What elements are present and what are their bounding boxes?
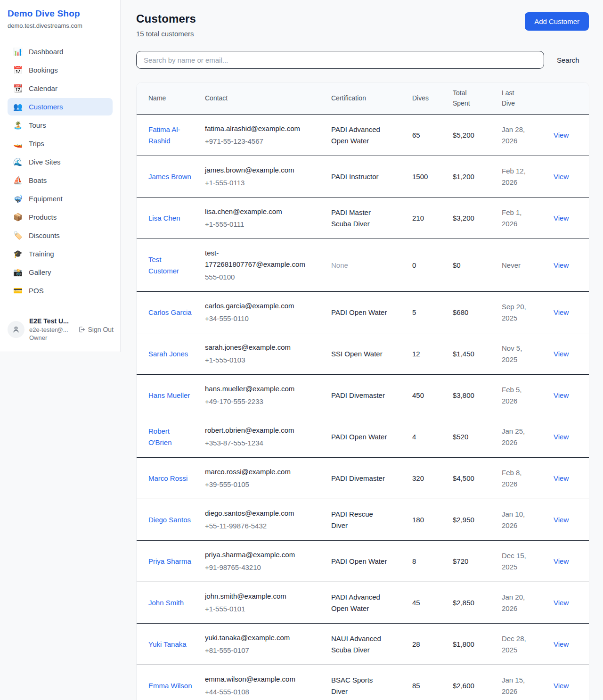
package-icon: 📦 (13, 214, 23, 221)
bar-chart-icon: 📊 (13, 48, 23, 56)
customer-phone: +39-555-0105 (205, 479, 324, 490)
table-row: Hans Muellerhans.mueller@example.com+49-… (137, 375, 589, 416)
sidebar-item-dive-sites[interactable]: 🌊Dive Sites (8, 153, 113, 171)
sidebar-item-gallery[interactable]: 📸Gallery (8, 264, 113, 281)
customer-name-link[interactable]: Hans Mueller (148, 390, 190, 401)
table-row: Carlos Garciacarlos.garcia@example.com+3… (137, 292, 589, 333)
customer-name-link[interactable]: Fatima Al-Rashid (148, 124, 193, 147)
sidebar-item-training[interactable]: 🎓Training (8, 245, 113, 263)
customer-name-link[interactable]: Carlos Garcia (148, 307, 192, 318)
sidebar-item-products[interactable]: 📦Products (8, 208, 113, 226)
speedboat-icon: 🚤 (13, 140, 23, 148)
customer-name-link[interactable]: Robert O'Brien (148, 426, 193, 448)
view-customer-link[interactable]: View (554, 173, 569, 181)
column-header-actions (554, 82, 589, 115)
customer-total-spent: $0 (453, 239, 502, 292)
sidebar-item-dashboard[interactable]: 📊Dashboard (8, 43, 113, 60)
view-customer-link[interactable]: View (554, 308, 569, 316)
column-header-contact: Contact (205, 82, 331, 115)
table-header-row: NameContactCertificationDivesTotal Spent… (137, 82, 589, 115)
camera-icon: 📸 (13, 269, 23, 276)
view-customer-link[interactable]: View (554, 350, 569, 358)
sidebar-item-label: Trips (29, 140, 44, 148)
customer-name-link[interactable]: Sarah Jones (148, 348, 188, 360)
customer-name-link[interactable]: Diego Santos (148, 514, 191, 526)
customer-count: 15 total customers (136, 30, 196, 38)
view-customer-link[interactable]: View (554, 433, 569, 441)
search-button[interactable]: Search (557, 56, 579, 64)
table-row: Diego Santosdiego.santos@example.com+55-… (137, 499, 589, 541)
customer-email: diego.santos@example.com (205, 508, 308, 519)
customer-name-link[interactable]: Emma Wilson (148, 680, 192, 692)
customer-name-link[interactable]: Yuki Tanaka (148, 639, 187, 650)
column-header-cert: Certification (331, 82, 412, 115)
calendar-date-icon: 📅 (13, 66, 23, 74)
sidebar-item-trips[interactable]: 🚤Trips (8, 135, 113, 152)
customer-last-dive: Jan 28, 2026 (502, 124, 532, 147)
search-input[interactable] (136, 51, 544, 69)
customer-certification: PADI Open Water (331, 556, 387, 567)
customer-name-link[interactable]: John Smith (148, 597, 184, 609)
sidebar-header: Demo Dive Shop demo.test.divestreams.com (0, 0, 120, 37)
sign-out-button[interactable]: Sign Out (78, 326, 114, 333)
customer-name-link[interactable]: Test Customer (148, 254, 193, 277)
customer-phone: +91-98765-43210 (205, 562, 324, 573)
view-customer-link[interactable]: View (554, 557, 569, 565)
view-customer-link[interactable]: View (554, 640, 569, 648)
column-header-name: Name (137, 82, 205, 115)
customers-table: NameContactCertificationDivesTotal Spent… (137, 82, 589, 700)
island-icon: 🏝️ (13, 122, 23, 129)
user-email: e2e-tester@... (29, 326, 69, 334)
view-customer-link[interactable]: View (554, 516, 569, 524)
table-row: Emma Wilsonemma.wilson@example.com+44-55… (137, 665, 589, 700)
customer-phone: +1-555-0113 (205, 177, 324, 189)
customer-last-dive: Jan 15, 2026 (502, 675, 532, 697)
view-customer-link[interactable]: View (554, 474, 569, 482)
sidebar: Demo Dive Shop demo.test.divestreams.com… (0, 0, 121, 352)
sidebar-item-discounts[interactable]: 🏷️Discounts (8, 227, 113, 244)
view-customer-link[interactable]: View (554, 599, 569, 607)
customer-last-dive: Dec 28, 2025 (502, 633, 532, 656)
customer-name-link[interactable]: Lisa Chen (148, 213, 180, 224)
view-customer-link[interactable]: View (554, 391, 569, 399)
view-customer-link[interactable]: View (554, 214, 569, 222)
avatar (8, 321, 24, 338)
sidebar-item-label: Training (29, 250, 54, 258)
sidebar-item-boats[interactable]: ⛵Boats (8, 172, 113, 189)
sidebar-item-label: POS (29, 287, 44, 295)
column-header-spent: Total Spent (453, 82, 502, 115)
view-customer-link[interactable]: View (554, 131, 569, 139)
customer-email: yuki.tanaka@example.com (205, 632, 308, 643)
sidebar-item-calendar[interactable]: 📆Calendar (8, 80, 113, 97)
customer-certification: NAUI Advanced Scuba Diver (331, 633, 390, 656)
view-customer-link[interactable]: View (554, 261, 569, 269)
customer-dives: 1500 (412, 156, 453, 198)
sidebar-user-footer: E2E Test U... e2e-tester@... Owner Sign … (0, 309, 120, 350)
customer-dives: 45 (412, 582, 453, 624)
add-customer-button[interactable]: Add Customer (525, 12, 589, 31)
sidebar-item-pos[interactable]: 💳POS (8, 282, 113, 299)
sidebar-item-tours[interactable]: 🏝️Tours (8, 116, 113, 134)
customer-phone: +34-555-0110 (205, 313, 324, 324)
sidebar-item-bookings[interactable]: 📅Bookings (8, 61, 113, 79)
customer-total-spent: $520 (453, 416, 502, 458)
customer-phone: +55-11-99876-5432 (205, 520, 324, 532)
sailboat-icon: ⛵ (13, 177, 23, 184)
graduation-cap-icon: 🎓 (13, 250, 23, 258)
customer-dives: 4 (412, 416, 453, 458)
customer-email: test-1772681807767@example.com (205, 247, 308, 270)
customer-certification: PADI Master Scuba Diver (331, 207, 390, 230)
page-header: Customers 15 total customers Add Custome… (136, 12, 589, 38)
tear-off-calendar-icon: 📆 (13, 85, 23, 92)
sidebar-item-customers[interactable]: 👥Customers (8, 98, 113, 115)
customer-email: fatima.alrashid@example.com (205, 123, 308, 134)
customer-last-dive: Sep 20, 2025 (502, 301, 532, 324)
customer-total-spent: $3,200 (453, 198, 502, 239)
view-customer-link[interactable]: View (554, 682, 569, 690)
customer-name-link[interactable]: James Brown (148, 171, 191, 182)
sidebar-item-label: Calendar (29, 84, 57, 92)
sign-out-label: Sign Out (88, 326, 114, 333)
sidebar-item-equipment[interactable]: 🤿Equipment (8, 190, 113, 207)
customer-name-link[interactable]: Marco Rossi (148, 473, 187, 484)
customer-name-link[interactable]: Priya Sharma (148, 556, 191, 567)
